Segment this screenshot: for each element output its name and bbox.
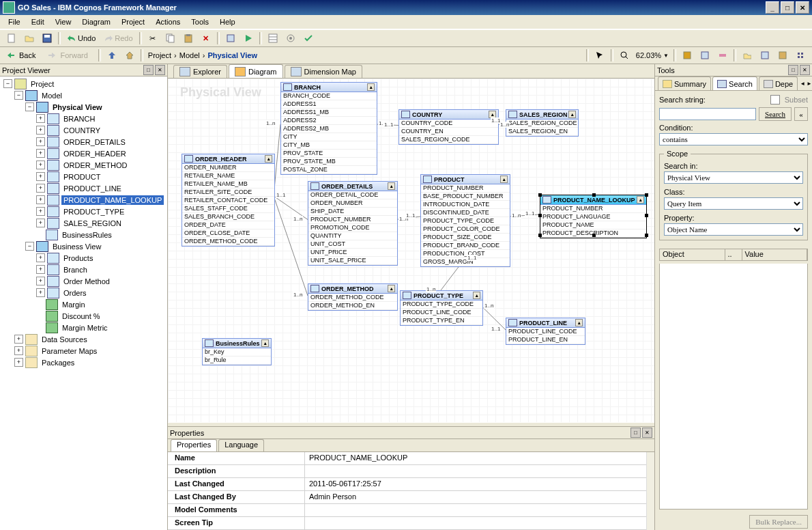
menu-file[interactable]: File <box>3 16 26 27</box>
tree-label[interactable]: Physical View <box>50 102 104 112</box>
expander-icon[interactable]: − <box>14 91 23 100</box>
tree-label[interactable]: Order Method <box>61 277 112 286</box>
expander-icon[interactable]: + <box>14 335 23 344</box>
subset-checkbox[interactable] <box>770 95 780 104</box>
tab-dependencies[interactable]: Depe <box>759 76 798 90</box>
menu-actions[interactable]: Actions <box>150 16 186 27</box>
breadcrumb[interactable]: Project <box>145 51 174 59</box>
tool-icon[interactable] <box>739 48 755 63</box>
test-icon[interactable] <box>222 31 239 46</box>
tree-row[interactable]: +BRANCH <box>0 113 167 124</box>
tree-label[interactable]: Project <box>29 79 56 89</box>
property-select[interactable]: Object Name <box>664 223 803 236</box>
expander-icon[interactable]: + <box>36 184 45 193</box>
tree-row[interactable]: −Model <box>0 89 167 101</box>
entity-sales_region[interactable]: SALES_REGION▴SALES_REGION_CODESALES_REGI… <box>506 109 579 137</box>
scrollbar[interactable] <box>646 452 654 530</box>
back-button[interactable]: Back <box>3 48 43 63</box>
tab-search[interactable]: Search <box>712 76 757 90</box>
diagram-canvas[interactable]: Physical View BRANCH▴BRANCH_CODEADDRESS1… <box>168 79 654 422</box>
project-tree[interactable]: −Project−Model−Physical View+BRANCH+COUN… <box>0 76 167 530</box>
expander-icon[interactable]: − <box>25 242 34 251</box>
tab-summary[interactable]: Summary <box>658 76 711 90</box>
expander-icon[interactable]: + <box>36 161 45 169</box>
tree-row[interactable]: +Branch <box>0 264 167 275</box>
tree-row[interactable]: +Data Sources <box>0 333 167 345</box>
entity-branch[interactable]: BRANCH▴BRANCH_CODEADDRESS1ADDRESS1_MBADD… <box>280 82 377 175</box>
minimize-button[interactable]: _ <box>766 1 779 14</box>
tab-language[interactable]: Language <box>218 439 264 451</box>
expander-icon[interactable]: + <box>36 137 45 146</box>
tree-label[interactable]: PRODUCT <box>61 172 102 182</box>
expander-icon[interactable]: − <box>3 79 12 88</box>
delete-icon[interactable]: ✕ <box>198 31 214 46</box>
tree-row[interactable]: +PRODUCT_NAME_LOOKUP <box>0 194 167 206</box>
tab-explorer[interactable]: Explorer <box>173 65 227 78</box>
tree-row[interactable]: +COUNTRY <box>0 124 167 136</box>
expander-icon[interactable]: + <box>36 277 45 285</box>
menu-tools[interactable]: Tools <box>186 16 214 27</box>
property-row[interactable]: Last Changed ByAdmin Person <box>168 491 654 504</box>
close-button[interactable]: ✕ <box>796 1 809 14</box>
zoom-level[interactable]: 62.03% ▼ <box>636 51 669 59</box>
tree-row[interactable]: −Project <box>0 78 167 89</box>
validate-icon[interactable] <box>300 31 317 46</box>
redo-button[interactable]: Redo <box>100 31 136 46</box>
tree-row[interactable]: +Order Method <box>0 275 167 287</box>
results-list[interactable] <box>659 264 808 510</box>
tab-dimension-map[interactable]: Dimension Map <box>285 65 362 78</box>
tree-label[interactable]: SALES_REGION <box>61 219 124 228</box>
tree-label[interactable]: BusinessRules <box>60 230 114 240</box>
tree-label[interactable]: Margin Metric <box>60 323 110 333</box>
tree-label[interactable]: Business View <box>50 242 103 251</box>
tree-label[interactable]: ORDER_HEADER <box>61 149 128 158</box>
expander-icon[interactable] <box>36 312 44 320</box>
tree-label[interactable]: ORDER_METHOD <box>61 161 130 170</box>
save-icon[interactable] <box>39 31 55 46</box>
search-button[interactable]: Search <box>759 107 792 121</box>
properties-icon[interactable] <box>265 31 281 46</box>
run-icon[interactable] <box>240 31 257 46</box>
expander-icon[interactable]: + <box>36 172 45 181</box>
search-input[interactable] <box>659 108 756 120</box>
tree-row[interactable]: +Parameter Maps <box>0 345 167 357</box>
menu-help[interactable]: Help <box>214 16 241 27</box>
tree-row[interactable]: +SALES_REGION <box>0 217 167 229</box>
expander-icon[interactable]: + <box>14 358 23 367</box>
tree-label[interactable]: Branch <box>61 265 89 275</box>
close-icon[interactable]: ✕ <box>155 65 165 75</box>
copy-icon[interactable] <box>162 31 179 46</box>
tree-row[interactable]: Margin Metric <box>0 322 167 333</box>
tree-row[interactable]: +Packages <box>0 357 167 368</box>
menu-diagram[interactable]: Diagram <box>76 16 116 27</box>
tab-properties[interactable]: Properties <box>171 439 217 451</box>
property-row[interactable]: Model Comments <box>168 504 654 517</box>
properties-grid[interactable]: NamePRODUCT_NAME_LOOKUPDescriptionLast C… <box>168 452 654 530</box>
dock-icon[interactable]: □ <box>788 65 798 75</box>
entity-order_header[interactable]: ORDER_HEADER▴ORDER_NUMBERRETAILER_NAMERE… <box>182 154 275 247</box>
tree-label[interactable]: Packages <box>40 358 76 367</box>
forward-button[interactable]: Forward <box>44 48 95 63</box>
tree-row[interactable]: +ORDER_DETAILS <box>0 136 167 148</box>
entity-product_type[interactable]: PRODUCT_TYPE▴PRODUCT_TYPE_CODEPRODUCT_LI… <box>400 290 483 326</box>
tree-label[interactable]: PRODUCT_NAME_LOOKUP <box>61 195 164 205</box>
tree-row[interactable]: +PRODUCT <box>0 171 167 182</box>
tree-row[interactable]: +Products <box>0 252 167 264</box>
tree-row[interactable]: Margin <box>0 298 167 310</box>
property-row[interactable]: NamePRODUCT_NAME_LOOKUP <box>168 452 654 465</box>
entity-product_name_lookup[interactable]: PRODUCT_NAME_LOOKUP▴PRODUCT_NUMBERPRODUC… <box>540 195 647 238</box>
cut-icon[interactable]: ✂ <box>145 31 161 46</box>
tree-row[interactable]: +ORDER_METHOD <box>0 159 167 171</box>
search-in-select[interactable]: Physical View <box>664 171 803 184</box>
undo-button[interactable]: Undo <box>63 31 99 46</box>
entity-product[interactable]: PRODUCT▴PRODUCT_NUMBERBASE_PRODUCT_NUMBE… <box>420 174 510 267</box>
tree-label[interactable]: PRODUCT_LINE <box>61 184 124 193</box>
tree-label[interactable]: PRODUCT_TYPE <box>61 207 126 217</box>
expander-icon[interactable] <box>36 324 44 331</box>
tree-label[interactable]: BRANCH <box>61 114 97 124</box>
tree-row[interactable]: Discount % <box>0 310 167 322</box>
tree-row[interactable]: −Business View <box>0 240 167 252</box>
open-icon[interactable] <box>21 31 38 46</box>
dock-icon[interactable]: □ <box>630 428 641 438</box>
tree-label[interactable]: Data Sources <box>40 335 89 344</box>
